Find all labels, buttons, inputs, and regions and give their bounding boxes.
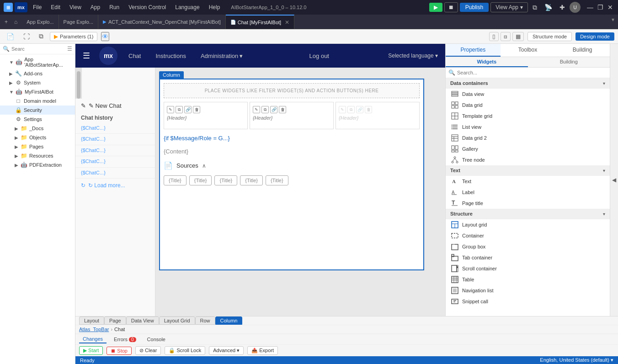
hamburger-icon[interactable]: ☰ [83,51,90,61]
grid-icon-link-1[interactable]: 🔗 [184,106,192,113]
tab-building[interactable]: Building [555,44,610,57]
menu-app[interactable]: App [87,3,104,11]
console-tab-errors[interactable]: Errors 0 [110,336,140,343]
tab-act-chat[interactable]: ▶ ACT_ChatContext_New_OpenChat [MyFirstA… [98,15,226,29]
fullscreen-btn[interactable]: ⛶ [21,32,32,41]
grid-icon-copy-1[interactable]: ⧉ [176,106,183,113]
split-btn[interactable]: ⧉ [36,32,46,41]
section-text-header[interactable]: Text ▾ [446,165,610,176]
view-app-button[interactable]: View App ▾ [490,2,528,12]
grid-icon-delete-2[interactable]: 🗑 [279,106,286,113]
grid-icon-link-2[interactable]: 🔗 [270,106,277,113]
stop-button[interactable]: ⏹ Stop [107,347,132,355]
toolbox-scroll-container[interactable]: Scroll container [446,263,610,274]
sources-chevron-icon[interactable]: ∧ [202,163,206,169]
grid-cell-2[interactable]: ✎ ⧉ 🔗 🗑 {Header} [250,102,334,129]
sidebar-item-docs[interactable]: ▶ 📁 _Docs [0,124,75,133]
minimize-button[interactable]: — [586,3,594,11]
toolbox-tab-container[interactable]: Tab container [446,252,610,263]
toolbox-table[interactable]: Table [446,274,610,285]
grid-cell-3[interactable]: ✎ ⧉ 🔗 🗑 {Header} [336,102,420,129]
section-structure-header[interactable]: Structure ▾ [446,209,610,219]
grid-icon-3c[interactable]: 🔗 [356,106,363,113]
multi-window-button[interactable]: ⧉ [530,3,540,12]
chat-item-4[interactable]: {$ChatC...} [75,156,155,167]
toolbox-navigation-list[interactable]: Navigation list [446,285,610,296]
clear-button[interactable]: ⊘ Clear [135,346,161,355]
toolbox-layout-grid[interactable]: Layout grid [446,219,610,230]
tab-new-button[interactable]: + [2,18,11,26]
scroll-lock-button[interactable]: 🔒 Scroll Lock [165,346,205,355]
view-single-button[interactable]: ▯ [489,32,499,41]
maximize-button[interactable]: ❐ [596,3,604,11]
toolbox-search-input[interactable] [457,70,607,75]
tab-properties[interactable]: Properties [446,44,501,57]
export-button[interactable]: 📤 Export [247,346,278,355]
sidebar-item-app[interactable]: ▼ 🤖 App 'AIBotStarterAp... [0,55,75,69]
nav-chat[interactable]: Chat [125,51,144,61]
tab-page-explorer[interactable]: Page Explo... [59,15,98,29]
close-button[interactable]: ✕ [606,3,614,11]
preview-button[interactable]: 👁 [101,32,109,41]
toolbox-snippet-call[interactable]: Snippet call [446,296,610,307]
design-mode-button[interactable]: Design mode [575,32,614,41]
user-avatar[interactable]: U [570,2,581,13]
section-data-containers-header[interactable]: Data containers ▾ [446,78,610,89]
grid-icon-copy-2[interactable]: ⧉ [261,106,269,113]
tab-chat[interactable]: 📄 Chat [MyFirstAIBot] ✕ [226,15,294,29]
structure-mode-button[interactable]: Structure mode [527,32,572,41]
toolbox-gallery[interactable]: Gallery [446,143,610,154]
sidebar-item-objects[interactable]: ▶ 📁 Objects [0,133,75,142]
grid-icon-3d[interactable]: 🗑 [365,106,372,113]
publish-button[interactable]: Publish [460,3,489,12]
grid-icon-delete-1[interactable]: 🗑 [193,106,200,113]
breadcrumb-atlas[interactable]: Atlas_TopBar [79,327,109,332]
language-selector[interactable]: Selected language ▾ [388,53,438,59]
toolbox-template-grid[interactable]: Template grid [446,111,610,121]
nav-administration[interactable]: Administration ▾ [197,51,246,61]
menu-run[interactable]: Run [106,3,123,11]
sources-row[interactable]: 📄 Sources ∧ [164,159,420,172]
nav-instructions[interactable]: Instructions [152,51,189,61]
start-button[interactable]: ▶ Start [79,346,103,355]
breadcrumb-tab-page[interactable]: Page [104,317,126,325]
breadcrumb-tab-layoutgrid[interactable]: Layout Grid [159,317,195,325]
toolbox-group-box[interactable]: Group box [446,241,610,252]
new-chat-button[interactable]: ✎ ✎ New Chat [75,99,155,113]
toolbox-list-view[interactable]: List view [446,121,610,132]
toolbox-text[interactable]: A Text [446,176,610,187]
toolbox-page-title[interactable]: T Page title [446,198,610,209]
menu-file[interactable]: File [29,3,45,11]
toolbox-data-grid[interactable]: Data grid [446,100,610,111]
sidebar-item-addons[interactable]: ▶ 🔧 Add-ons [0,69,75,78]
sidebar-item-resources[interactable]: ▶ 📁 Resources [0,151,75,160]
locale-selector[interactable]: English, United States (default) ▾ [540,357,613,363]
widgets-tab[interactable]: Widgets [446,57,528,67]
grid-cell-1[interactable]: ✎ ⧉ 🔗 🗑 {Header} [164,102,248,129]
file-icon-btn[interactable]: 📄 [4,32,17,41]
grid-icon-3b[interactable]: ⧉ [347,106,355,113]
toolbox-tree-node[interactable]: Tree node [446,154,610,165]
broadcast-button[interactable]: 📡 [542,3,555,12]
tab-more[interactable]: ▾ [608,15,618,29]
chat-item-1[interactable]: {$ChatC...} [75,123,155,134]
toolbox-label[interactable]: A Label [446,187,610,198]
sidebar-item-domain-model[interactable]: □ Domain model [0,96,75,106]
tab-home-button[interactable]: ⌂ [11,18,20,26]
building-tab[interactable]: Building [528,57,610,67]
load-more-button[interactable]: ↻ ↻ Load more... [75,179,155,192]
menu-language[interactable]: Language [171,3,203,11]
run-button[interactable]: ▶ [429,3,442,12]
tab-app-explorer[interactable]: App Explo... [22,15,59,29]
sidebar-item-system[interactable]: ▶ ⚙ System [0,78,75,87]
chat-item-2[interactable]: {$ChatC...} [75,134,155,145]
menu-view[interactable]: View [66,3,85,11]
sidebar-item-pages[interactable]: ▶ 📁 Pages [0,142,75,151]
menu-edit[interactable]: Edit [47,3,64,11]
sidebar-item-settings[interactable]: ⚙ Settings [0,115,75,124]
menu-version-control[interactable]: Version Control [125,3,170,11]
sidebar-item-myfirstaibot[interactable]: ▼ 🤖 MyFirstAIBot [0,87,75,96]
breadcrumb-tab-layout[interactable]: Layout [79,317,104,325]
view-split-button[interactable]: ⧈ [501,32,511,41]
panel-collapse-button[interactable]: ◀ [610,44,618,316]
